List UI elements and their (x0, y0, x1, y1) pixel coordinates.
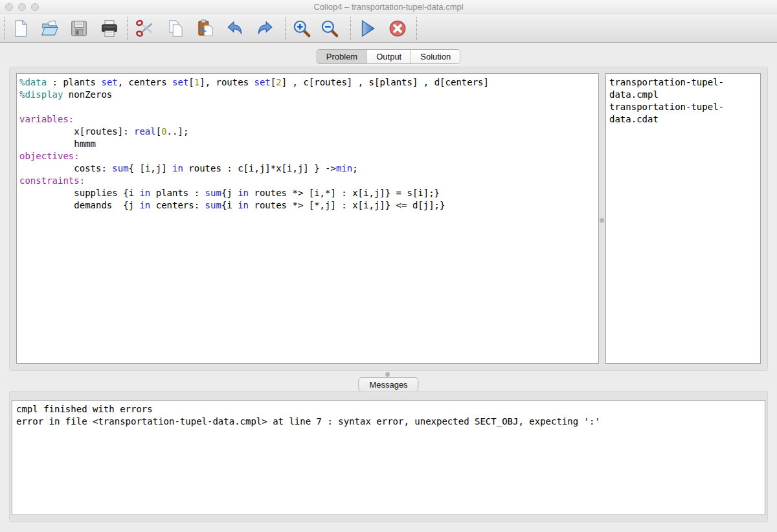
tab-messages[interactable]: Messages (358, 377, 418, 392)
zoom-out-button[interactable] (319, 17, 342, 39)
titlebar: Coliop4 – transportation-tupel-data.cmpl (0, 0, 777, 14)
copy-pages-icon (165, 18, 186, 39)
messages-output[interactable]: cmpl finished with errors error in file … (12, 400, 765, 515)
copy-button[interactable] (164, 17, 188, 39)
code-line: variables: (19, 113, 596, 126)
undo-arrow-icon (225, 18, 245, 39)
app-window: Coliop4 – transportation-tupel-data.cmpl (0, 0, 777, 532)
toolbar-drag-handle (4, 17, 5, 40)
code-line: objectives: (19, 150, 596, 162)
horizontal-splitter-handle[interactable] (385, 372, 390, 377)
run-button[interactable] (356, 17, 379, 39)
zoom-in-button[interactable] (291, 17, 314, 39)
toolbar (0, 14, 777, 43)
cancel-x-icon (387, 18, 408, 39)
file-item-cdat[interactable]: transportation-tupel-data.cdat (609, 101, 756, 126)
printer-icon (99, 18, 120, 39)
vertical-splitter-handle[interactable] (600, 218, 604, 223)
project-files-list[interactable]: transportation-tupel-data.cmpl transport… (605, 73, 761, 364)
paste-button[interactable] (194, 17, 218, 39)
file-item-cmpl[interactable]: transportation-tupel-data.cmpl (609, 76, 756, 101)
message-line-status: cmpl finished with errors (16, 403, 761, 416)
open-file-button[interactable] (39, 17, 62, 39)
window-title: Coliop4 – transportation-tupel-data.cmpl (0, 2, 777, 12)
code-line: x[routes]: real[0..]; (19, 126, 596, 138)
code-line: costs: sum{ [i,j] in routes : c[i,j]*x[i… (19, 162, 596, 175)
zoom-in-magnifier-icon (291, 18, 312, 39)
redo-arrow-icon (254, 18, 275, 39)
new-file-icon (10, 18, 31, 39)
save-button[interactable] (68, 17, 91, 39)
code-editor-content[interactable]: %data : plants set, centers set[1], rout… (17, 74, 598, 214)
code-line: demands {j in centers: sum{i in routes *… (19, 199, 596, 212)
cancel-button[interactable] (387, 17, 410, 39)
open-folder-icon (39, 18, 60, 39)
code-editor[interactable]: %data : plants set, centers set[1], rout… (16, 73, 599, 364)
zoom-out-magnifier-icon (319, 18, 340, 39)
tab-problem[interactable]: Problem (317, 50, 367, 63)
code-line: %data : plants set, centers set[1], rout… (19, 76, 596, 89)
cut-button[interactable] (134, 17, 157, 39)
message-line-error: error in file <transportation-tupel-data… (16, 416, 761, 428)
tab-output[interactable]: Output (367, 50, 411, 63)
view-tabs: Problem Output Solution (317, 49, 460, 64)
new-file-button[interactable] (10, 17, 33, 39)
redo-button[interactable] (254, 17, 277, 39)
undo-button[interactable] (224, 17, 247, 39)
code-line: hmmm (19, 138, 596, 150)
cut-scissors-icon (135, 18, 155, 39)
code-line: supplies {i in plants : sum{j in routes … (19, 187, 596, 199)
toolbar-separator (285, 17, 286, 40)
tab-solution[interactable]: Solution (411, 50, 460, 63)
code-line: constraints: (19, 175, 596, 187)
paste-clipboard-icon (195, 18, 216, 39)
code-line: %display nonZeros (19, 89, 596, 101)
print-button[interactable] (98, 17, 122, 39)
save-floppy-icon (69, 18, 89, 39)
toolbar-separator (350, 17, 351, 40)
toolbar-separator (127, 17, 128, 40)
code-line (19, 101, 596, 113)
toolbar-separator (416, 17, 417, 40)
run-play-icon (357, 18, 377, 39)
